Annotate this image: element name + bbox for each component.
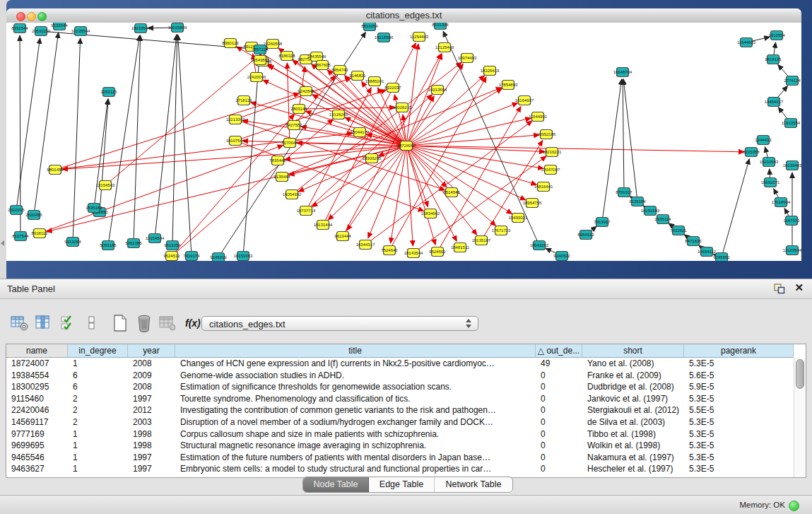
splitter-collapse-arrow[interactable]	[1, 240, 4, 246]
scrollbar-thumb[interactable]	[796, 359, 804, 389]
network-edge[interactable]	[602, 79, 622, 222]
network-node[interactable]: 9242848	[298, 87, 314, 96]
table-row[interactable]: 946362711997Embryonic stem cells: a mode…	[6, 463, 806, 475]
network-node[interactable]: 18033544	[131, 24, 151, 33]
network-node[interactable]: 8331544	[11, 24, 28, 33]
network-node[interactable]: 7919174	[183, 252, 200, 261]
network-edge[interactable]	[73, 38, 81, 242]
network-edge[interactable]	[406, 146, 526, 200]
network-node[interactable]: 5053185	[100, 241, 117, 250]
table-row[interactable]: 1938455462009Genome-wide association stu…	[6, 370, 806, 382]
table-row[interactable]: 946554611997Estimation of the future num…	[6, 452, 806, 464]
tab-network-table[interactable]: Network Table	[435, 477, 512, 492]
column-header-out-de-[interactable]: △ out_de...	[536, 344, 582, 358]
network-node[interactable]: 10974493	[458, 54, 477, 63]
network-edge[interactable]	[443, 31, 539, 245]
network-node[interactable]: 15135187	[472, 236, 491, 245]
network-node[interactable]: 1244413	[755, 136, 772, 145]
network-node[interactable]: 2620456	[25, 211, 42, 220]
network-node[interactable]: 9245652	[713, 253, 730, 262]
network-node[interactable]: 22047007	[541, 165, 560, 175]
network-edge[interactable]	[243, 57, 259, 256]
column-header-short[interactable]: short	[582, 344, 684, 358]
table-row[interactable]: 911546021997Tourette syndrome. Phenomeno…	[6, 393, 806, 405]
network-node[interactable]: 15493021	[509, 214, 528, 223]
network-node[interactable]: 17671723	[492, 226, 511, 235]
network-node[interactable]: 16033809	[168, 23, 187, 33]
network-node[interactable]: 8427552	[286, 121, 302, 130]
network-edge[interactable]	[722, 159, 749, 257]
network-edge[interactable]	[406, 88, 502, 146]
network-node[interactable]: 9801459	[47, 165, 64, 175]
network-node[interactable]: 15692071	[761, 178, 780, 187]
network-node[interactable]: 7524542	[381, 246, 398, 255]
network-edge[interactable]	[41, 31, 253, 49]
network-node[interactable]: 16648784	[613, 68, 632, 77]
network-node[interactable]: 9524512	[163, 252, 180, 261]
network-node[interactable]: 18143544	[404, 249, 423, 258]
network-edge[interactable]	[406, 146, 477, 235]
network-node[interactable]: 10151553	[234, 252, 253, 261]
network-node[interactable]: 16026215	[393, 103, 412, 112]
network-node[interactable]: 18107544	[226, 136, 245, 146]
network-node[interactable]: 2803144	[290, 105, 307, 114]
network-node[interactable]: 2867608	[314, 61, 331, 70]
network-node[interactable]: 15952186	[537, 130, 556, 139]
network-node[interactable]: 18131444	[314, 221, 333, 230]
network-node[interactable]: 9613254	[164, 241, 181, 250]
network-edge[interactable]	[406, 146, 545, 152]
table-row[interactable]: 2242004622012Investigating the contribut…	[6, 404, 806, 416]
network-node[interactable]: 9613444	[334, 232, 351, 241]
network-node[interactable]: 10135544	[71, 27, 90, 36]
table-options-icon[interactable]	[10, 314, 29, 333]
network-node[interactable]: 12103544	[783, 246, 801, 255]
network-node[interactable]: 8107544	[12, 232, 29, 241]
network-node[interactable]: 9013254	[64, 238, 81, 247]
network-node[interactable]: 18325419	[481, 66, 500, 76]
network-node[interactable]: 8186328	[278, 52, 295, 61]
network-node[interactable]: 8813054	[361, 23, 378, 31]
new-table-icon[interactable]	[110, 314, 129, 333]
network-node[interactable]: 10155403	[783, 161, 801, 170]
network-edge[interactable]	[312, 95, 406, 146]
network-node[interactable]: 2774134	[784, 76, 801, 86]
network-node[interactable]: 7632621	[670, 226, 687, 235]
network-edge[interactable]	[287, 63, 290, 143]
network-edge[interactable]	[34, 33, 59, 215]
network-node[interactable]: 1913554	[768, 31, 785, 40]
network-node[interactable]: 1535183	[86, 204, 102, 213]
network-node[interactable]: 8918112	[32, 229, 49, 238]
tab-edge-table[interactable]: Edge Table	[369, 477, 435, 492]
network-edge[interactable]	[406, 146, 512, 214]
network-node[interactable]: 2718126	[235, 96, 252, 105]
column-header-name[interactable]: name	[6, 344, 68, 358]
network-edge[interactable]	[406, 146, 744, 152]
network-node[interactable]: 9245019	[210, 253, 227, 262]
network-node[interactable]: 9135184	[629, 197, 646, 206]
network-node[interactable]: 8170044	[281, 139, 298, 148]
network-node[interactable]: 15885201	[365, 77, 384, 86]
network-edge[interactable]	[406, 146, 543, 168]
select-rows-icon[interactable]	[58, 314, 77, 333]
table-row[interactable]: 1830029562008Estimation of significance …	[6, 381, 806, 393]
network-node[interactable]: 7835445	[269, 156, 286, 165]
column-header-pagerank[interactable]: pagerank	[684, 344, 794, 358]
network-canvas[interactable]: 1872400789601238912954222605581827504881…	[6, 23, 801, 261]
tab-node-table[interactable]: Node Table	[303, 477, 369, 492]
network-node[interactable]: 8471636	[685, 237, 702, 246]
network-edge[interactable]	[481, 141, 543, 240]
network-node[interactable]: 8322037	[384, 83, 401, 93]
network-edge[interactable]	[178, 35, 192, 256]
column-header-title[interactable]: title	[175, 344, 536, 358]
network-node[interactable]: 10737714	[297, 206, 316, 216]
column-header-year[interactable]: year	[128, 344, 175, 358]
delete-table-icon[interactable]	[134, 314, 153, 333]
network-node[interactable]: 12154543	[96, 181, 115, 190]
network-node[interactable]: 15044177	[351, 128, 370, 137]
network-node[interactable]: 9133544	[51, 23, 68, 30]
network-node[interactable]: 19218586	[375, 33, 394, 42]
network-node[interactable]: 5051385	[125, 239, 142, 248]
network-node[interactable]: 8514545	[443, 188, 460, 197]
network-node[interactable]: 7857224	[252, 45, 269, 54]
network-edge[interactable]	[391, 146, 406, 243]
